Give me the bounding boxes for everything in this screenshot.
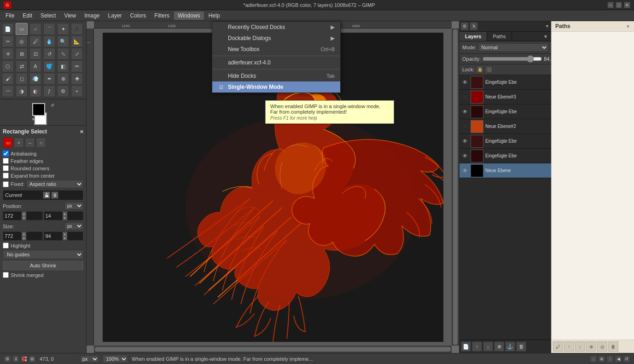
status-config-button[interactable]: ⚙	[4, 355, 11, 363]
layer-item-0[interactable]: 👁 Eingefügte Ebe	[460, 75, 551, 90]
guides-select[interactable]: No guides Center lines Rule of thirds	[3, 250, 83, 259]
tool-options-close[interactable]: ✕	[80, 129, 83, 134]
menu-layer[interactable]: Layer	[105, 12, 126, 20]
layer-eye-3[interactable]: 👁	[461, 123, 469, 130]
layers-opacity-slider[interactable]	[483, 55, 542, 63]
layer-item-4[interactable]: 👁 Eingefügte Ebe	[460, 134, 551, 149]
status-snap-button[interactable]: 🧲	[20, 355, 28, 363]
tool-by-color[interactable]: ⬛	[71, 23, 83, 35]
tool-iscissors[interactable]: ✂	[2, 35, 14, 47]
tool-file-new[interactable]: 📄	[2, 23, 14, 35]
menu-recently-closed-docks[interactable]: Recently Closed Docks ▶	[212, 22, 340, 33]
tool-rect-select[interactable]: ▭	[16, 23, 28, 35]
menu-file[interactable]: File	[2, 12, 18, 20]
layer-eye-5[interactable]: 👁	[461, 152, 469, 160]
tool-text[interactable]: A	[29, 60, 41, 72]
layer-eye-6[interactable]: 👁	[461, 167, 469, 174]
size-w-down[interactable]: ▼	[22, 236, 26, 240]
menu-image[interactable]: Image	[81, 12, 103, 20]
status-right-2[interactable]: ⊕	[598, 355, 605, 363]
horizontal-scrollbar[interactable]	[94, 346, 452, 353]
tool-free-select[interactable]: ⌒	[43, 23, 55, 35]
statusbar-zoom-select[interactable]: 100% 50% 200%	[103, 355, 128, 363]
size-h-down[interactable]: ▼	[63, 236, 67, 240]
tool-ellipse-select[interactable]: ○	[29, 23, 41, 35]
size-h-up[interactable]: ▲	[63, 232, 67, 236]
device-status-tab[interactable]: 🖱	[470, 22, 478, 30]
path-lower-button[interactable]: ↓	[575, 341, 585, 352]
layer-lower-button[interactable]: ↓	[483, 341, 493, 352]
tool-eraser[interactable]: ◻	[16, 73, 28, 85]
pos-y-up[interactable]: ▲	[63, 212, 67, 216]
statusbar-unit-select[interactable]: px mm	[80, 355, 99, 363]
tool-perspective[interactable]: ⬡	[2, 60, 14, 72]
menu-filters[interactable]: Filters	[151, 12, 173, 20]
path-raise-button[interactable]: ↑	[564, 341, 574, 352]
path-delete-button[interactable]: 🗑	[608, 341, 618, 352]
tool-clone[interactable]: ⊕	[57, 73, 69, 85]
pos-x-up[interactable]: ▲	[22, 212, 26, 216]
rounded-corners-checkbox[interactable]	[3, 165, 9, 171]
tool-extra[interactable]: +	[71, 85, 83, 97]
vertical-scrollbar[interactable]	[452, 29, 459, 346]
tool-bucket-fill[interactable]: 🪣	[43, 60, 55, 72]
layer-item-2[interactable]: 👁 Eingefügte Ebe	[460, 104, 551, 119]
fixed-checkbox[interactable]	[3, 181, 9, 187]
shrink-merged-checkbox[interactable]	[3, 272, 9, 278]
menu-edit[interactable]: Edit	[19, 12, 36, 20]
tool-dodge-burn[interactable]: ◑	[16, 85, 28, 97]
tool-scale[interactable]: ⤡	[57, 48, 69, 60]
status-info-button[interactable]: ℹ	[12, 355, 19, 363]
tool-rotate[interactable]: ↺	[43, 48, 55, 60]
minimize-button[interactable]: –	[607, 2, 614, 8]
scroll-h-thumb[interactable]	[95, 347, 451, 352]
layer-item-1[interactable]: 👁 Neue Ebene#3	[460, 90, 551, 104]
layer-delete-button[interactable]: 🗑	[516, 341, 526, 352]
menu-hide-docks[interactable]: Hide Docks Tab	[212, 70, 340, 81]
menu-view[interactable]: View	[60, 12, 80, 20]
menu-colors[interactable]: Colors	[127, 12, 150, 20]
tool-zoom[interactable]: 🔍	[57, 35, 69, 47]
size-w-up[interactable]: ▲	[22, 232, 26, 236]
tool-foreground-select[interactable]: ◎	[16, 35, 28, 47]
size-w-input[interactable]	[3, 232, 22, 240]
layer-new-button[interactable]: 📄	[461, 341, 471, 352]
mode-add[interactable]: +	[14, 138, 24, 148]
tool-pencil[interactable]: ✏	[71, 60, 83, 72]
status-right-1[interactable]: ↓	[590, 355, 597, 363]
paths-menu-button[interactable]: ▼	[626, 24, 630, 29]
current-delete-button[interactable]: 🗑	[51, 191, 58, 199]
size-h-input[interactable]	[44, 232, 63, 240]
mode-subtract[interactable]: –	[25, 138, 35, 148]
antialiasing-checkbox[interactable]	[3, 150, 9, 156]
tool-measure[interactable]: 📐	[71, 35, 83, 47]
tool-script-fu[interactable]: ƒ	[43, 85, 55, 97]
layer-item-5[interactable]: 👁 Eingefügte Ebe	[460, 149, 551, 163]
tool-desaturate[interactable]: ◐	[29, 85, 41, 97]
tool-align[interactable]: ⊞	[16, 48, 28, 60]
status-right-4[interactable]: ◀	[615, 355, 622, 363]
menu-help[interactable]: Help	[205, 12, 224, 20]
layers-mode-select[interactable]: Normal Multiply Screen Overlay	[478, 43, 548, 52]
menu-dockable-dialogs[interactable]: Dockable Dialogs ▶	[212, 33, 340, 44]
tool-airbrush[interactable]: 💨	[29, 73, 41, 85]
current-value-input[interactable]	[5, 192, 42, 198]
menu-select[interactable]: Select	[37, 12, 59, 20]
tool-paths[interactable]: 🖊	[29, 35, 41, 47]
layer-duplicate-button[interactable]: ⊕	[494, 341, 504, 352]
tool-heal[interactable]: ✚	[71, 73, 83, 85]
feather-edges-checkbox[interactable]	[3, 158, 9, 164]
pos-x-input[interactable]	[3, 212, 22, 220]
size-unit-select[interactable]: px % mm	[64, 222, 83, 230]
mode-replace[interactable]: ▭	[3, 138, 13, 148]
lock-position-icon[interactable]: 🔒	[476, 66, 483, 73]
pos-y-input[interactable]	[44, 212, 63, 220]
close-button[interactable]: ✕	[624, 2, 630, 8]
position-unit-select[interactable]: px % mm	[64, 202, 83, 210]
mode-intersect[interactable]: ∩	[36, 138, 46, 148]
tool-flip[interactable]: ⇄	[16, 60, 28, 72]
layer-item-6[interactable]: 👁 Neue Ebene	[460, 163, 551, 178]
tool-smudge[interactable]: 〰	[2, 85, 14, 97]
layer-eye-0[interactable]: 👁	[461, 79, 469, 86]
layer-item-3[interactable]: 👁 Neue Ebene#2	[460, 119, 551, 134]
